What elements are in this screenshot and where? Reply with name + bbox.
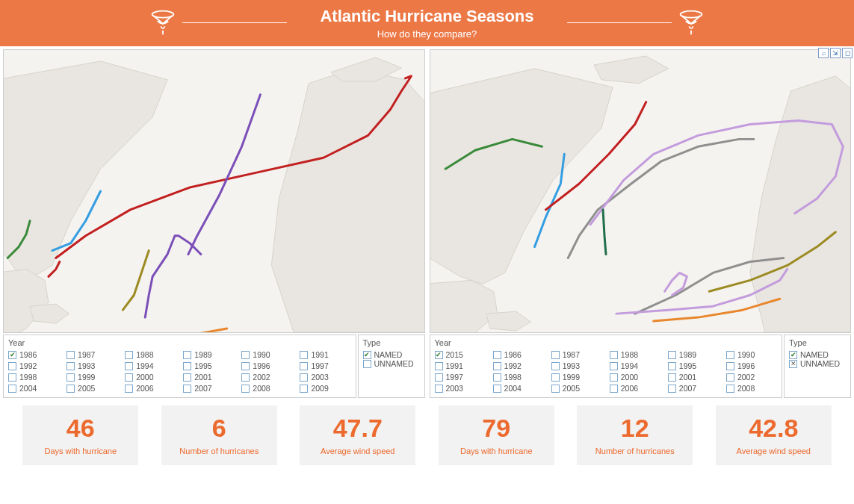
stat-value: 6	[212, 415, 226, 441]
year-checkbox-2005[interactable]: 2005	[551, 384, 602, 393]
export-button[interactable]: ⇲	[830, 48, 841, 58]
year-checkbox-1993[interactable]: 1993	[66, 361, 117, 370]
checkbox-icon	[125, 351, 133, 359]
year-checkbox-1988[interactable]: 1988	[610, 350, 660, 359]
year-checkbox-1990[interactable]: 1990	[241, 350, 292, 359]
year-checkbox-1988[interactable]: 1988	[125, 350, 176, 359]
checkbox-icon	[789, 351, 797, 359]
year-checkbox-2009[interactable]: 2009	[300, 384, 350, 393]
left-map[interactable]	[3, 49, 425, 333]
year-checkbox-2007[interactable]: 2007	[183, 384, 234, 393]
year-checkbox-1998[interactable]: 1998	[493, 373, 544, 382]
year-label: 1987	[563, 350, 580, 359]
hurricane-track[interactable]	[664, 273, 687, 295]
checkbox-icon	[610, 351, 618, 359]
checkbox-icon	[66, 351, 75, 359]
year-checkbox-1997[interactable]: 1997	[435, 373, 486, 382]
year-label: 2000	[621, 373, 638, 382]
hurricane-track[interactable]	[603, 210, 606, 255]
year-checkbox-2002[interactable]: 2002	[726, 373, 777, 382]
type-named-checkbox[interactable]: NAMED	[363, 350, 420, 359]
year-label: 2005	[563, 384, 580, 393]
year-checkbox-1993[interactable]: 1993	[551, 361, 602, 370]
stat-days: 79 Days with hurricane	[439, 405, 554, 465]
year-checkbox-2004[interactable]: 2004	[8, 384, 59, 393]
year-checkbox-2001[interactable]: 2001	[668, 373, 719, 382]
hurricane-track[interactable]	[145, 236, 201, 317]
hurricane-track[interactable]	[75, 329, 227, 332]
year-label: 1996	[737, 361, 755, 370]
year-checkbox-2000[interactable]: 2000	[610, 373, 660, 382]
year-checkbox-1989[interactable]: 1989	[668, 350, 719, 359]
year-checkbox-1995[interactable]: 1995	[183, 361, 234, 370]
year-checkbox-1986[interactable]: 1986	[493, 350, 544, 359]
year-checkbox-1995[interactable]: 1995	[668, 361, 719, 370]
year-checkbox-1996[interactable]: 1996	[726, 361, 777, 370]
year-checkbox-2000[interactable]: 2000	[125, 373, 176, 382]
year-checkbox-1991[interactable]: 1991	[300, 350, 350, 359]
checkbox-icon	[668, 373, 676, 382]
type-filter-title: Type	[363, 338, 420, 347]
stat-count: 12 Number of hurricanes	[577, 405, 693, 465]
year-checkbox-1996[interactable]: 1996	[241, 361, 292, 370]
year-checkbox-2001[interactable]: 2001	[183, 373, 234, 382]
year-checkbox-1998[interactable]: 1998	[8, 373, 59, 382]
checkbox-icon	[183, 351, 191, 359]
type-unnamed-checkbox[interactable]: UNNAMED	[789, 359, 846, 368]
year-checkbox-1992[interactable]: 1992	[8, 361, 59, 370]
year-label: 2008	[253, 384, 270, 393]
checkbox-icon	[300, 351, 308, 359]
maximize-button[interactable]: ◻	[842, 48, 853, 58]
year-label: 1988	[621, 350, 638, 359]
stat-value: 42.8	[749, 415, 798, 441]
checkbox-icon	[726, 362, 734, 370]
year-checkbox-2003[interactable]: 2003	[435, 384, 486, 393]
year-checkbox-2008[interactable]: 2008	[726, 384, 777, 393]
year-checkbox-1990[interactable]: 1990	[726, 350, 777, 359]
year-checkbox-2015[interactable]: 2015	[435, 350, 486, 359]
year-label: 2007	[194, 384, 211, 393]
left-map-svg	[4, 50, 424, 332]
stat-label: Days with hurricane	[44, 447, 117, 455]
year-checkbox-1991[interactable]: 1991	[435, 361, 486, 370]
reset-search-button[interactable]: ⌕	[818, 48, 829, 58]
year-checkbox-2006[interactable]: 2006	[610, 384, 660, 393]
year-checkbox-1999[interactable]: 1999	[66, 373, 117, 382]
checkbox-icon	[183, 385, 191, 393]
year-label: 1989	[679, 350, 696, 359]
left-year-filter: Year 19861987198819891990199119921993199…	[3, 335, 356, 398]
year-checkbox-2007[interactable]: 2007	[668, 384, 719, 393]
year-label: 1988	[136, 350, 153, 359]
year-checkbox-1994[interactable]: 1994	[610, 361, 660, 370]
hurricane-track[interactable]	[123, 251, 149, 311]
year-checkbox-1989[interactable]: 1989	[183, 350, 234, 359]
stat-value: 46	[66, 415, 95, 441]
year-checkbox-2008[interactable]: 2008	[241, 384, 292, 393]
year-checkbox-1994[interactable]: 1994	[125, 361, 176, 370]
type-named-label: NAMED	[374, 350, 403, 359]
year-checkbox-1987[interactable]: 1987	[66, 350, 117, 359]
year-checkbox-1999[interactable]: 1999	[551, 373, 602, 382]
year-checkbox-2006[interactable]: 2006	[125, 384, 176, 393]
year-checkbox-1997[interactable]: 1997	[300, 361, 350, 370]
year-checkbox-1987[interactable]: 1987	[551, 350, 602, 359]
year-label: 1997	[311, 361, 328, 370]
year-checkbox-2003[interactable]: 2003	[300, 373, 350, 382]
stat-label: Number of hurricanes	[595, 447, 675, 455]
year-filter-title: Year	[435, 338, 778, 347]
year-checkbox-2002[interactable]: 2002	[241, 373, 292, 382]
type-unnamed-checkbox[interactable]: UNNAMED	[363, 359, 420, 368]
year-checkbox-1992[interactable]: 1992	[493, 361, 544, 370]
year-checkbox-2004[interactable]: 2004	[493, 384, 544, 393]
right-map[interactable]	[430, 49, 852, 333]
checkbox-icon	[8, 385, 16, 393]
type-named-checkbox[interactable]: NAMED	[789, 350, 846, 359]
stat-label: Days with hurricane	[460, 447, 533, 455]
right-panel: Year 20151986198719881989199019911992199…	[430, 49, 852, 398]
hurricane-track[interactable]	[568, 139, 754, 258]
year-label: 1992	[504, 361, 522, 370]
year-checkbox-1986[interactable]: 1986	[8, 350, 59, 359]
year-label: 2015	[446, 350, 463, 359]
checkbox-icon	[551, 351, 560, 359]
year-checkbox-2005[interactable]: 2005	[66, 384, 117, 393]
